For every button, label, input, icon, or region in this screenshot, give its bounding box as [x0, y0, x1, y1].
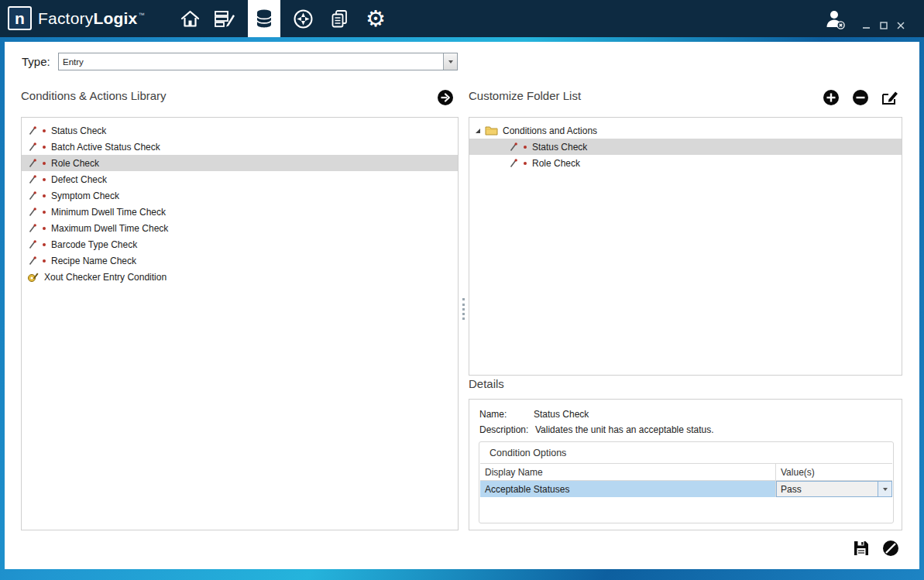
- folder-icon: [485, 125, 498, 136]
- close-icon: [897, 22, 905, 29]
- user-logoff-icon[interactable]: [823, 8, 847, 31]
- tree-root-item[interactable]: Conditions and Actions: [469, 122, 902, 139]
- dispatch-compass-icon[interactable]: [287, 0, 319, 37]
- library-database-icon[interactable]: [248, 0, 280, 37]
- list-item-label: Maximum Dwell Time Check: [51, 223, 168, 234]
- plus-icon: [823, 89, 840, 106]
- brand-trademark: ™: [138, 12, 144, 19]
- table-row[interactable]: Acceptable Statuses Pass: [480, 481, 892, 497]
- type-dropdown-arrow[interactable]: [443, 53, 457, 70]
- tree-item-label: Role Check: [532, 158, 580, 169]
- bullet-icon: [524, 162, 527, 165]
- list-item[interactable]: Batch Active Status Check: [22, 139, 458, 155]
- list-item[interactable]: Symptom Check: [22, 187, 458, 204]
- compass-icon-glyph: [293, 9, 314, 29]
- list-item[interactable]: Recipe Name Check: [22, 252, 458, 269]
- user-icon-glyph: [823, 8, 847, 31]
- list-item[interactable]: Defect Check: [22, 171, 458, 187]
- condition-icon: [508, 142, 519, 153]
- type-label: Type:: [22, 55, 50, 68]
- panel-splitter-handle[interactable]: [462, 298, 465, 320]
- list-item-label: Defect Check: [51, 174, 107, 185]
- condition-options-title: Condition Options: [489, 448, 566, 458]
- value-dropdown-value: Pass: [777, 484, 878, 495]
- list-item[interactable]: Xout Checker Entry Condition: [22, 269, 458, 285]
- folder-tree[interactable]: Conditions and Actions Status Check Role…: [469, 117, 902, 376]
- type-dropdown[interactable]: Entry: [58, 53, 458, 70]
- folder-list-title: Customize Folder List: [469, 89, 581, 102]
- bullet-icon: [43, 194, 46, 197]
- process-plan-icon[interactable]: [208, 0, 241, 37]
- window-frame: Type: Entry Conditions & Actions Library…: [0, 37, 924, 580]
- database-icon-glyph: [254, 8, 274, 29]
- list-item[interactable]: Barcode Type Check: [22, 236, 458, 252]
- save-button[interactable]: [853, 540, 870, 557]
- details-title: Details: [469, 377, 504, 390]
- value-dropdown-arrow[interactable]: [878, 482, 891, 496]
- edit-folder-button[interactable]: [881, 88, 898, 105]
- bullet-icon: [43, 243, 46, 246]
- minus-icon: [852, 89, 869, 106]
- list-item-label: Role Check: [51, 158, 99, 169]
- tree-item[interactable]: Role Check: [469, 155, 902, 171]
- column-header-display-name: Display Name: [480, 464, 776, 480]
- add-folder-button[interactable]: [823, 89, 840, 106]
- bullet-icon: [43, 162, 46, 165]
- home-icon[interactable]: [173, 0, 206, 37]
- list-item-selected[interactable]: Role Check: [22, 155, 458, 171]
- list-item[interactable]: Maximum Dwell Time Check: [22, 220, 458, 236]
- condition-icon: [27, 190, 38, 201]
- cancel-button[interactable]: [882, 540, 899, 557]
- list-item-label: Minimum Dwell Time Check: [51, 207, 166, 218]
- bullet-icon: [43, 178, 46, 181]
- detail-name-value: Status Check: [534, 409, 589, 420]
- brand-name: FactoryLogix™: [38, 0, 145, 37]
- option-display-name-cell[interactable]: Acceptable Statuses: [480, 481, 776, 497]
- tree-expander-icon[interactable]: [476, 129, 480, 133]
- option-value-cell[interactable]: Pass: [776, 481, 892, 497]
- move-right-button[interactable]: [437, 89, 454, 106]
- list-item[interactable]: Status Check: [22, 122, 458, 139]
- main-content: Type: Entry Conditions & Actions Library…: [5, 42, 919, 569]
- condition-options-groupbox: Condition Options Display Name Value(s) …: [479, 441, 894, 523]
- condition-icon: [27, 142, 38, 153]
- documents-icon[interactable]: [323, 0, 356, 37]
- gear-icon: ⚙: [366, 8, 386, 30]
- list-item[interactable]: Minimum Dwell Time Check: [22, 204, 458, 220]
- condition-icon: [27, 125, 38, 136]
- app-window: n FactoryLogix™: [0, 0, 924, 580]
- value-dropdown[interactable]: Pass: [776, 481, 892, 497]
- condition-icon: [508, 158, 519, 169]
- condition-icon: [27, 239, 38, 250]
- bullet-icon: [43, 227, 46, 230]
- settings-gear-icon[interactable]: ⚙: [359, 0, 392, 37]
- list-item-label: Batch Active Status Check: [51, 142, 160, 153]
- minimize-icon: [863, 22, 871, 29]
- home-icon-glyph: [180, 9, 201, 29]
- chevron-down-icon: [448, 60, 453, 63]
- xout-condition-icon: [27, 272, 39, 283]
- app-logo: n: [8, 6, 32, 30]
- documents-icon-glyph: [329, 9, 350, 29]
- table-header-row: Display Name Value(s): [480, 464, 892, 481]
- maximize-button[interactable]: [877, 19, 890, 32]
- bullet-icon: [43, 146, 46, 149]
- close-button[interactable]: [894, 19, 907, 32]
- bullet-icon: [43, 211, 46, 214]
- library-title: Conditions & Actions Library: [21, 89, 167, 102]
- bullet-icon: [43, 129, 46, 132]
- list-item-label: Status Check: [51, 125, 106, 136]
- remove-folder-button[interactable]: [852, 89, 869, 106]
- details-panel: Name: Status Check Description: Validate…: [469, 399, 902, 530]
- list-item-label: Recipe Name Check: [51, 256, 136, 266]
- detail-description-label: Description:: [479, 424, 528, 435]
- process-plan-icon-glyph: [214, 9, 235, 29]
- conditions-library-list[interactable]: Status Check Batch Active Status Check R…: [21, 117, 459, 530]
- condition-options-table: Display Name Value(s) Acceptable Statuse…: [480, 463, 892, 497]
- tree-root-label: Conditions and Actions: [503, 125, 597, 136]
- minimize-button[interactable]: [860, 19, 873, 32]
- condition-icon: [27, 256, 38, 266]
- save-floppy-icon: [853, 540, 870, 557]
- detail-name-label: Name:: [479, 409, 507, 420]
- tree-item-selected[interactable]: Status Check: [469, 139, 902, 155]
